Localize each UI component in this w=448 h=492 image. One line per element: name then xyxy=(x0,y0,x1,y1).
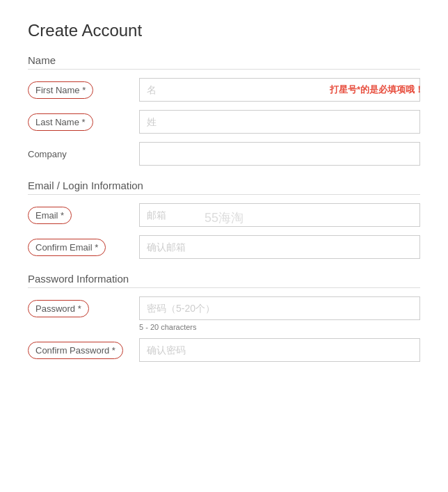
company-row: Company xyxy=(28,142,420,166)
confirm-password-label: Confirm Password * xyxy=(28,342,139,359)
password-row: Password * xyxy=(28,296,420,320)
company-input[interactable] xyxy=(139,142,420,166)
confirm-password-circled-label: Confirm Password * xyxy=(28,342,123,359)
confirm-email-input[interactable] xyxy=(139,235,420,259)
create-account-form: Create Account Name First Name * 打星号*的是必… xyxy=(28,21,420,362)
first-name-row: First Name * 打星号*的是必填项哦！ xyxy=(28,78,420,102)
password-circled-label: Password * xyxy=(28,300,89,317)
first-name-label: First Name * xyxy=(28,81,139,99)
name-section: Name First Name * 打星号*的是必填项哦！ Last Name … xyxy=(28,54,420,166)
password-label: Password * xyxy=(28,300,139,317)
last-name-label: Last Name * xyxy=(28,113,139,131)
confirm-email-circled-label: Confirm Email * xyxy=(28,239,106,256)
last-name-row: Last Name * xyxy=(28,110,420,134)
password-hint: 5 - 20 characters xyxy=(139,323,420,331)
first-name-circled-label: First Name * xyxy=(28,81,93,99)
confirm-email-label: Confirm Email * xyxy=(28,239,139,256)
password-input[interactable] xyxy=(139,296,420,320)
password-section: Password Information Password * 5 - 20 c… xyxy=(28,273,420,362)
company-label: Company xyxy=(28,149,139,159)
email-circled-label: Email * xyxy=(28,207,72,224)
email-section: Email / Login Information 55海淘 Email * C… xyxy=(28,180,420,259)
last-name-input[interactable] xyxy=(139,110,420,134)
email-section-title: Email / Login Information xyxy=(28,180,420,195)
confirm-password-input[interactable] xyxy=(139,338,420,362)
email-label: Email * xyxy=(28,207,139,224)
password-section-title: Password Information xyxy=(28,273,420,288)
last-name-circled-label: Last Name * xyxy=(28,113,93,131)
page-title: Create Account xyxy=(28,21,420,40)
email-input[interactable] xyxy=(139,203,420,227)
name-section-title: Name xyxy=(28,54,420,70)
confirm-password-row: Confirm Password * xyxy=(28,338,420,362)
email-row: Email * xyxy=(28,203,420,227)
confirm-email-row: Confirm Email * xyxy=(28,235,420,259)
required-annotation: 打星号*的是必填项哦！ xyxy=(330,84,424,96)
